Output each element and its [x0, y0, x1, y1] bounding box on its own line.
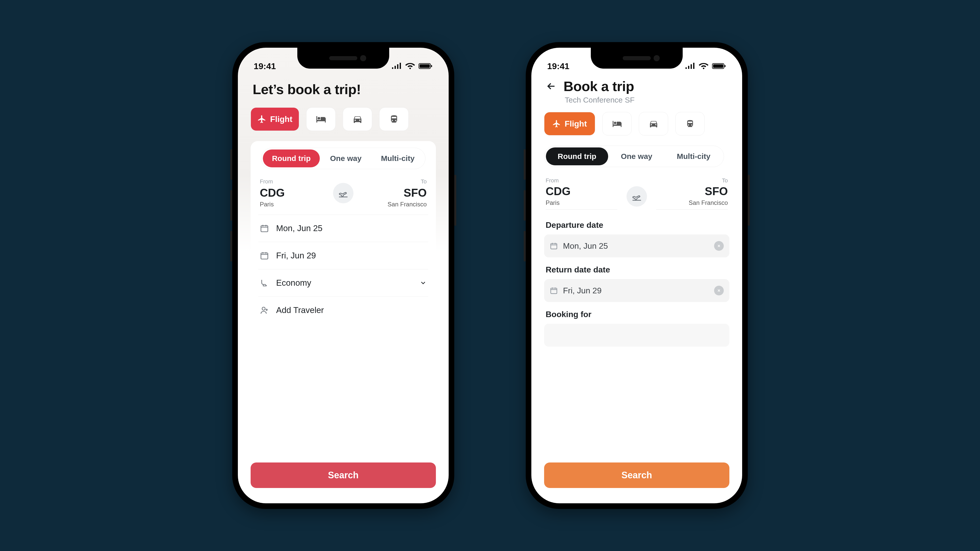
tab-multi-city[interactable]: Multi-city — [665, 148, 722, 165]
svg-rect-8 — [724, 65, 725, 67]
search-button-label: Search — [328, 470, 359, 481]
depart-date-value: Mon, Jun 25 — [276, 224, 323, 233]
chevron-down-icon — [420, 279, 427, 286]
search-button[interactable]: Search — [251, 462, 436, 488]
user-plus-icon — [260, 306, 269, 315]
wifi-icon — [699, 63, 708, 69]
battery-icon — [712, 63, 726, 69]
bed-icon — [316, 114, 326, 124]
cellular-icon — [685, 63, 695, 69]
from-code: CDG — [546, 185, 617, 198]
calendar-icon — [550, 286, 558, 295]
depart-date-label: Departure date — [544, 221, 729, 230]
to-location[interactable]: To SFO San Francisco — [656, 177, 728, 210]
page-subtitle: Tech Conference SF — [565, 96, 728, 104]
add-traveler-row[interactable]: Add Traveler — [258, 297, 428, 324]
back-button[interactable] — [546, 81, 557, 92]
tab-round-trip[interactable]: Round trip — [546, 148, 608, 165]
to-label: To — [358, 178, 427, 185]
swap-button[interactable] — [627, 186, 647, 206]
cellular-icon — [391, 63, 402, 69]
return-date-field[interactable]: Fri, Jun 29 — [544, 279, 729, 302]
phone-variant-b: 19:41 — [526, 42, 748, 509]
close-icon — [717, 289, 721, 292]
mode-car[interactable] — [639, 112, 668, 135]
from-code: CDG — [260, 186, 328, 199]
mode-train[interactable] — [675, 112, 705, 135]
mode-car[interactable] — [343, 107, 372, 131]
bed-icon — [612, 119, 622, 129]
phone-variant-a: 19:41 Let’s book a trip! — [232, 42, 454, 509]
depart-date-value: Mon, Jun 25 — [563, 241, 608, 251]
swap-button[interactable] — [333, 183, 353, 203]
from-label: From — [260, 178, 328, 185]
calendar-icon — [260, 251, 269, 260]
from-city: Paris — [546, 199, 617, 206]
search-card: Round trip One way Multi-city From CDG P… — [251, 141, 436, 326]
close-icon — [717, 244, 721, 248]
return-date-label: Return date date — [544, 265, 729, 275]
tab-one-way[interactable]: One way — [321, 149, 371, 167]
booking-for-field[interactable] — [544, 324, 729, 347]
seat-icon — [260, 278, 269, 287]
plane-takeoff-icon — [632, 191, 642, 202]
car-icon — [352, 114, 363, 124]
from-label: From — [546, 177, 617, 184]
svg-rect-4 — [261, 253, 268, 259]
from-location[interactable]: From CDG Paris — [546, 177, 617, 210]
page-title: Book a trip — [563, 78, 634, 94]
search-button-label: Search — [621, 470, 652, 481]
svg-rect-9 — [551, 244, 557, 249]
to-label: To — [656, 177, 728, 184]
car-icon — [649, 119, 659, 129]
tab-round-trip[interactable]: Round trip — [263, 149, 320, 167]
mode-flight-label: Flight — [270, 114, 292, 124]
mode-flight[interactable]: Flight — [544, 112, 595, 135]
mode-flight-label: Flight — [565, 119, 587, 129]
depart-date-field[interactable]: Mon, Jun 25 — [544, 234, 729, 257]
add-traveler-label: Add Traveler — [276, 305, 324, 315]
booking-for-label: Booking for — [544, 310, 729, 319]
tab-multi-city[interactable]: Multi-city — [372, 149, 424, 167]
plane-icon — [552, 119, 561, 128]
plane-icon — [257, 114, 266, 124]
clear-depart-button[interactable] — [714, 241, 724, 251]
from-city: Paris — [260, 201, 328, 208]
mode-train[interactable] — [379, 107, 409, 131]
from-location[interactable]: From CDG Paris — [260, 178, 328, 208]
svg-rect-1 — [420, 64, 430, 68]
calendar-icon — [550, 242, 558, 250]
device-notch — [591, 48, 682, 68]
depart-date-row[interactable]: Mon, Jun 25 — [258, 215, 428, 242]
mode-flight[interactable]: Flight — [251, 107, 299, 131]
to-city: San Francisco — [656, 199, 728, 206]
to-code: SFO — [656, 185, 728, 198]
trip-type-tabs: Round trip One way Multi-city — [544, 146, 724, 167]
svg-rect-3 — [261, 226, 268, 232]
return-date-value: Fri, Jun 29 — [276, 251, 316, 260]
svg-rect-2 — [431, 65, 432, 67]
to-location[interactable]: To SFO San Francisco — [358, 178, 427, 208]
tab-one-way[interactable]: One way — [609, 148, 664, 165]
device-notch — [298, 48, 389, 68]
calendar-icon — [260, 224, 269, 233]
mode-hotel[interactable] — [602, 112, 632, 135]
svg-point-5 — [262, 307, 265, 310]
return-date-row[interactable]: Fri, Jun 29 — [258, 242, 428, 269]
cabin-value: Economy — [276, 278, 311, 288]
to-city: San Francisco — [358, 201, 427, 208]
svg-rect-10 — [551, 288, 557, 294]
wifi-icon — [405, 63, 415, 69]
mode-hotel[interactable] — [306, 107, 336, 131]
search-button[interactable]: Search — [544, 462, 729, 488]
train-icon — [686, 119, 694, 128]
cabin-row[interactable]: Economy — [258, 269, 428, 297]
to-code: SFO — [358, 186, 427, 199]
page-headline: Let’s book a trip! — [251, 76, 436, 107]
return-date-value: Fri, Jun 29 — [563, 286, 601, 295]
svg-rect-7 — [713, 64, 723, 68]
trip-type-tabs: Round trip One way Multi-city — [261, 148, 426, 169]
status-time: 19:41 — [547, 61, 570, 71]
clear-return-button[interactable] — [714, 286, 724, 295]
status-time: 19:41 — [254, 61, 276, 71]
